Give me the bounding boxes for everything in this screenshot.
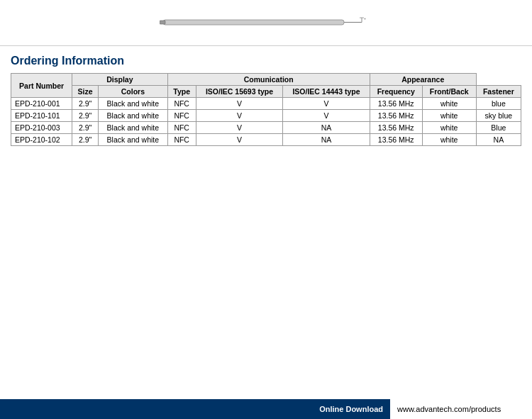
table-row: EPD-210-001 2.9" Black and white NFC V V…	[11, 98, 521, 110]
cell-fastener: blue	[476, 98, 521, 110]
col-iso15693: ISO/IEC 15693 type	[196, 86, 283, 98]
cell-fastener: NA	[476, 134, 521, 146]
cell-part-number: EPD-210-001	[11, 98, 72, 110]
section-title: Ordering Information	[11, 55, 521, 67]
cell-frequency: 13.56 MHz	[370, 110, 422, 122]
col-colors: Colors	[99, 86, 168, 98]
cell-iso15693: V	[196, 122, 283, 134]
table-header-row-2: Size Colors Type ISO/IEC 15693 type ISO/…	[11, 86, 521, 98]
cell-iso15693: V	[196, 110, 283, 122]
table-row: EPD-210-101 2.9" Black and white NFC V V…	[11, 110, 521, 122]
cell-front-back: white	[422, 134, 476, 146]
cell-type: NFC	[167, 134, 196, 146]
cell-part-number: EPD-210-102	[11, 134, 72, 146]
col-group-display: Display	[72, 74, 168, 86]
cell-front-back: white	[422, 122, 476, 134]
col-type: Type	[167, 86, 196, 98]
cell-size: 2.9"	[72, 110, 99, 122]
cell-front-back: white	[422, 98, 476, 110]
cell-fastener: Blue	[476, 122, 521, 134]
cell-iso15693: V	[196, 134, 283, 146]
table-row: EPD-210-003 2.9" Black and white NFC V N…	[11, 122, 521, 134]
footer-content: Online Download www.advantech.com/produc…	[312, 399, 532, 419]
cell-colors: Black and white	[99, 98, 168, 110]
cell-type: NFC	[167, 110, 196, 122]
footer-label: Online Download	[312, 399, 390, 419]
col-group-appearance: Appearance	[370, 74, 476, 86]
col-part-number: Part Number	[11, 74, 72, 98]
cell-iso14443: NA	[283, 122, 370, 134]
cell-fastener: sky blue	[476, 110, 521, 122]
table-body: EPD-210-001 2.9" Black and white NFC V V…	[11, 98, 521, 146]
cell-type: NFC	[167, 122, 196, 134]
cell-iso14443: V	[283, 98, 370, 110]
ordering-table: Part Number Display Comunication Appeara…	[11, 73, 521, 146]
cell-iso14443: V	[283, 110, 370, 122]
cell-colors: Black and white	[99, 122, 168, 134]
cell-size: 2.9"	[72, 122, 99, 134]
cell-frequency: 13.56 MHz	[370, 134, 422, 146]
cell-colors: Black and white	[99, 110, 168, 122]
main-content: Ordering Information Part Number Display…	[0, 46, 532, 153]
cell-size: 2.9"	[72, 134, 99, 146]
cell-colors: Black and white	[99, 134, 168, 146]
col-size: Size	[72, 86, 99, 98]
cell-type: NFC	[167, 98, 196, 110]
cell-part-number: EPD-210-003	[11, 122, 72, 134]
cell-frequency: 13.56 MHz	[370, 98, 422, 110]
diagram-area: +	[0, 0, 532, 46]
col-group-comunication: Comunication	[167, 74, 370, 86]
col-iso14443: ISO/IEC 14443 type	[283, 86, 370, 98]
device-diagram: +	[153, 9, 379, 37]
svg-rect-0	[163, 20, 344, 25]
svg-rect-1	[160, 21, 165, 24]
cell-part-number: EPD-210-101	[11, 110, 72, 122]
col-fastener: Fastener	[476, 86, 521, 98]
svg-text:+: +	[364, 16, 366, 21]
cell-frequency: 13.56 MHz	[370, 122, 422, 134]
cell-iso15693: V	[196, 98, 283, 110]
col-front-back: Front/Back	[422, 86, 476, 98]
cell-iso14443: NA	[283, 134, 370, 146]
table-row: EPD-210-102 2.9" Black and white NFC V N…	[11, 134, 521, 146]
footer-url[interactable]: www.advantech.com/products	[390, 399, 532, 419]
col-frequency: Frequency	[370, 86, 422, 98]
cell-size: 2.9"	[72, 98, 99, 110]
footer-bar: Online Download www.advantech.com/produc…	[0, 399, 532, 419]
table-header-row-1: Part Number Display Comunication Appeara…	[11, 74, 521, 86]
cell-front-back: white	[422, 110, 476, 122]
device-svg: +	[160, 12, 372, 33]
